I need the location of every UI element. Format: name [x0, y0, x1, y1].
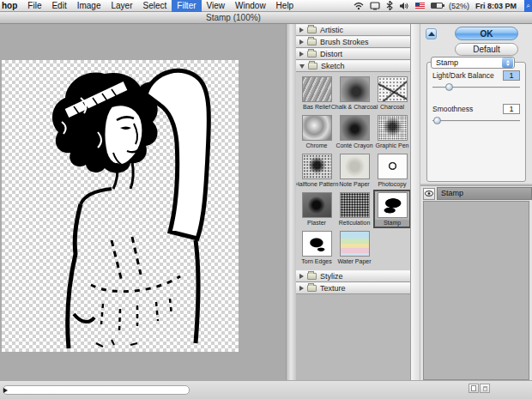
filter-thumb-photocopy[interactable]: Photocopy: [373, 151, 410, 190]
light-dark-balance-slider[interactable]: [432, 83, 520, 92]
thumbnail-label: Plaster: [307, 220, 326, 227]
thumbnail-image: [378, 192, 408, 218]
effect-layer-row[interactable]: Stamp: [420, 187, 532, 200]
thumbnail-label: Graphic Pen: [376, 142, 409, 149]
menu-view[interactable]: View: [202, 0, 231, 12]
filter-thumb-plaster[interactable]: Plaster: [298, 190, 336, 228]
slider-thumb[interactable]: [433, 117, 441, 124]
filter-thumb-halftone-pattern[interactable]: Halftone Pattern: [298, 151, 336, 190]
collapse-thumbnails-button[interactable]: [426, 28, 437, 39]
thumbnail-label: Note Paper: [339, 181, 369, 188]
filter-category-list: Artistic Brush Strokes Distort Sketch Ba…: [296, 24, 410, 380]
filter-thumb-water-paper[interactable]: Water Paper: [336, 228, 373, 267]
category-label: Stylize: [320, 272, 343, 281]
preview-image[interactable]: [2, 60, 239, 352]
collapse-triangle-icon: [299, 274, 304, 279]
ok-button[interactable]: OK: [455, 27, 518, 40]
us-flag-icon[interactable]: [415, 3, 425, 9]
filter-select-dropdown[interactable]: Stamp: [431, 57, 515, 69]
thumbnail-label: Chrome: [306, 142, 328, 149]
display-icon[interactable]: [370, 2, 380, 10]
new-layer-icon: [471, 385, 476, 391]
category-brush-strokes[interactable]: Brush Strokes: [296, 36, 410, 48]
smoothness-field[interactable]: 1: [503, 104, 520, 114]
thumbnail-label: Bas Relief: [303, 104, 330, 111]
collapse-triangle-icon: [299, 286, 304, 291]
bluetooth-icon[interactable]: [386, 1, 393, 10]
dialog-title: Stamp (100%): [206, 13, 261, 22]
new-effect-layer-button[interactable]: [469, 384, 479, 393]
filter-thumb-charcoal[interactable]: Charcoal: [373, 74, 410, 112]
wifi-icon[interactable]: [354, 2, 364, 10]
menu-clock[interactable]: Fri 8:03 PM: [475, 2, 517, 10]
thumbnail-image: [340, 115, 370, 141]
folder-icon: [307, 51, 317, 57]
thumbnail-image: [378, 154, 408, 179]
dropdown-arrows-icon: [502, 57, 513, 68]
arrow-up-icon: [428, 32, 435, 36]
visibility-toggle[interactable]: [423, 188, 435, 200]
slider-thumb[interactable]: [445, 83, 453, 91]
effect-layers-list[interactable]: [423, 201, 529, 380]
thumbnail-label: Halftone Pattern: [296, 181, 338, 188]
menu-bar: hop File Edit Image Layer Select Filter …: [0, 0, 532, 12]
filter-thumb-chalk-charcoal[interactable]: Chalk & Charcoal: [336, 74, 373, 112]
thumbnail-image: [340, 231, 370, 257]
preview-horizontal-scrollbar[interactable]: [3, 385, 190, 395]
filter-thumb-chrome[interactable]: Chrome: [298, 112, 336, 151]
menu-filter[interactable]: Filter: [172, 0, 201, 12]
category-distort[interactable]: Distort: [296, 48, 410, 60]
menu-layer[interactable]: Layer: [106, 0, 137, 12]
thumbnail-image: [302, 76, 332, 102]
stamp-artwork: [2, 60, 239, 352]
collapse-triangle-icon: [299, 51, 304, 57]
category-label: Sketch: [321, 62, 345, 70]
light-dark-balance-field[interactable]: 1: [503, 70, 520, 81]
menu-edit[interactable]: Edit: [46, 0, 71, 12]
thumbnail-image: [340, 192, 370, 218]
thumbnail-label: Charcoal: [380, 104, 404, 111]
filter-thumb-conte-crayon[interactable]: Conté Crayon: [336, 112, 373, 151]
zoom-popup-triangle-icon[interactable]: [3, 388, 8, 393]
menu-help[interactable]: Help: [271, 0, 299, 12]
volume-icon[interactable]: [399, 2, 409, 10]
collapse-triangle-icon: [299, 27, 304, 33]
category-texture[interactable]: Texture: [296, 282, 410, 294]
filter-thumb-reticulation[interactable]: Reticulation: [336, 190, 373, 228]
thumbnail-label: Water Paper: [337, 258, 371, 265]
filter-list-scrollbar[interactable]: [410, 24, 420, 380]
spotlight-icon[interactable]: ⌕: [524, 0, 532, 12]
sketch-thumbnail-grid: Bas Relief Chalk & Charcoal Charcoal Chr…: [296, 72, 410, 270]
thumbnail-image: [340, 154, 370, 179]
filter-thumb-torn-edges[interactable]: Torn Edges: [298, 228, 336, 267]
category-artistic[interactable]: Artistic: [296, 24, 410, 36]
filter-thumb-note-paper[interactable]: Note Paper: [336, 151, 373, 190]
settings-panel: OK Default Stamp Light/Dark Balance 1 Sm…: [420, 24, 532, 380]
slider-label: Smoothness: [432, 105, 473, 113]
menu-file[interactable]: File: [22, 0, 46, 12]
category-label: Artistic: [320, 26, 343, 34]
thumbnail-image: [302, 192, 332, 218]
category-label: Distort: [320, 50, 342, 58]
menu-image[interactable]: Image: [72, 0, 106, 12]
filter-thumb-graphic-pen[interactable]: Graphic Pen: [373, 112, 410, 151]
menu-select[interactable]: Select: [138, 0, 172, 12]
smoothness-slider[interactable]: [432, 117, 520, 125]
category-stylize[interactable]: Stylize: [296, 270, 410, 282]
pane-splitter[interactable]: [286, 24, 296, 380]
effect-layer-name: Stamp: [437, 187, 532, 200]
thumbnail-image: [302, 115, 332, 141]
thumbnail-image: [378, 76, 408, 102]
screen: hop File Edit Image Layer Select Filter …: [0, 0, 532, 399]
filter-thumb-bas-relief[interactable]: Bas Relief: [298, 74, 336, 112]
default-button[interactable]: Default: [455, 43, 518, 56]
folder-icon: [307, 285, 317, 292]
app-menu[interactable]: hop: [0, 1, 22, 10]
delete-effect-layer-button[interactable]: [480, 384, 490, 393]
filter-thumb-stamp-selected[interactable]: Stamp: [373, 190, 410, 228]
menu-window[interactable]: Window: [230, 0, 271, 12]
folder-open-icon: [308, 63, 317, 70]
battery-icon[interactable]: [431, 3, 443, 9]
category-sketch[interactable]: Sketch: [296, 60, 410, 72]
dialog-title-bar: Stamp (100%): [0, 12, 532, 24]
